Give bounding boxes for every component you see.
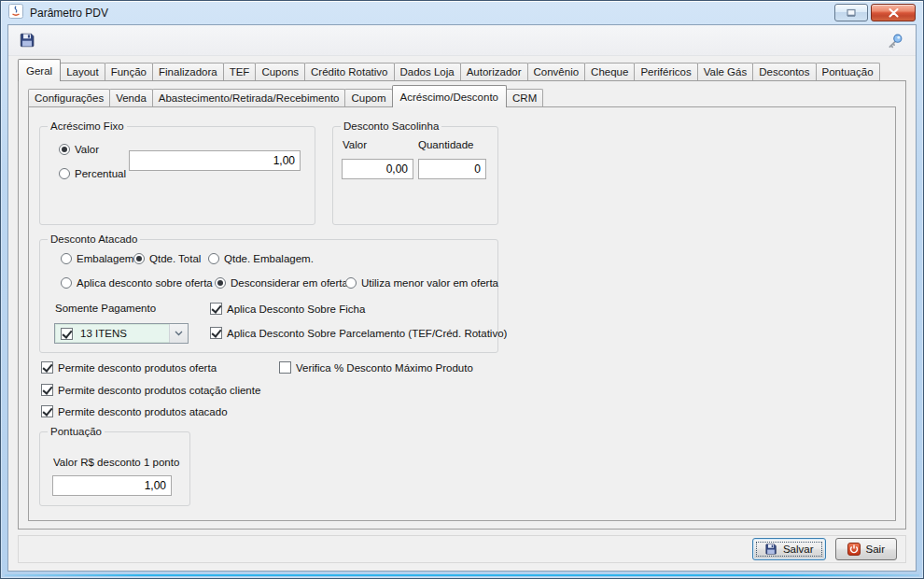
tab-descontos[interactable]: Descontos <box>752 63 816 80</box>
sacolinha-valor-label: Valor <box>343 139 367 150</box>
close-button[interactable] <box>871 4 916 21</box>
geral-tab-panel: Configurações Venda Abastecimento/Retira… <box>18 80 906 530</box>
sair-button[interactable]: Sair <box>835 538 897 560</box>
tab-cheque[interactable]: Cheque <box>584 63 635 80</box>
checkbox-verifica-maximo[interactable]: Verifica % Desconto Máximo Produto <box>279 361 473 374</box>
checkbox-permite-oferta[interactable]: Permite desconto produtos oferta <box>41 361 217 374</box>
radio-icon <box>59 168 70 179</box>
checkbox-aplica-parcelamento-label: Aplica Desconto Sobre Parcelamento (TEF/… <box>227 328 507 339</box>
minimize-icon <box>846 8 857 18</box>
radio-percentual[interactable]: Percentual <box>59 168 126 179</box>
sub-tab-bar: Configurações Venda Abastecimento/Retira… <box>28 86 543 107</box>
tab-geral[interactable]: Geral <box>18 59 61 81</box>
close-icon <box>889 8 899 18</box>
acrescimo-desconto-panel: Acréscimo Fixo Valor Percentual Desconto… <box>28 106 896 521</box>
salvar-button-label: Salvar <box>783 544 814 555</box>
radio-embalagem[interactable]: Embalagem <box>61 253 133 264</box>
tab-funcao[interactable]: Função <box>105 63 153 80</box>
group-pontuacao-title: Pontuação <box>48 426 105 437</box>
radio-desconsiderar-label: Desconsiderar em oferta <box>231 277 348 289</box>
group-desconto-atacado: Desconto Atacado Embalagem Qtde. Total Q… <box>39 239 498 353</box>
tab-cupons[interactable]: Cupons <box>255 63 305 80</box>
subtab-cupom[interactable]: Cupom <box>344 89 392 106</box>
radio-icon <box>61 277 72 289</box>
tab-vale-gas[interactable]: Vale Gás <box>697 63 753 80</box>
save-icon <box>19 32 35 49</box>
radio-percentual-label: Percentual <box>75 168 126 179</box>
acrescimo-valor-input[interactable] <box>129 150 301 171</box>
tab-credito-rotativo[interactable]: Crédito Rotativo <box>304 63 394 80</box>
radio-menor-valor-label: Utiliza menor valor em oferta <box>361 277 498 289</box>
java-app-icon <box>8 4 23 22</box>
checkbox-icon <box>210 327 222 339</box>
tab-convenio[interactable]: Convênio <box>527 63 586 80</box>
checkbox-permite-atacado-label: Permite desconto produtos atacado <box>58 406 228 417</box>
subtab-acrescimo-desconto[interactable]: Acréscimo/Desconto <box>392 85 507 107</box>
sacolinha-quantidade-input[interactable] <box>418 159 486 179</box>
sacolinha-quantidade-label: Quantidade <box>418 139 473 150</box>
toolbar <box>8 25 916 56</box>
group-acrescimo-fixo: Acréscimo Fixo Valor Percentual <box>39 126 315 225</box>
chevron-down-icon <box>169 324 188 343</box>
radio-icon <box>59 144 70 155</box>
checkbox-icon <box>41 384 53 396</box>
radio-qtde-total[interactable]: Qtde. Total <box>133 253 201 264</box>
checkbox-icon <box>41 405 53 417</box>
window-controls <box>834 4 916 21</box>
key-icon[interactable] <box>887 33 903 49</box>
radio-icon <box>215 277 226 289</box>
subtab-configuracoes[interactable]: Configurações <box>28 89 110 106</box>
main-tab-bar: Geral Layout Função Finalizadora TEF Cup… <box>18 59 880 81</box>
group-acrescimo-fixo-title: Acréscimo Fixo <box>48 120 127 132</box>
tab-autorizador[interactable]: Autorizador <box>460 63 528 80</box>
salvar-button[interactable]: Salvar <box>752 538 826 560</box>
client-area: Geral Layout Função Finalizadora TEF Cup… <box>7 24 917 572</box>
footer-bar: Salvar Sair <box>18 535 906 563</box>
radio-qtde-embalagem-label: Qtde. Embalagem. <box>224 253 314 264</box>
somente-pagamento-dropdown[interactable]: 13 ITENS <box>54 323 189 344</box>
checkbox-aplica-ficha-label: Aplica Desconto Sobre Ficha <box>227 304 365 315</box>
tab-perifericos[interactable]: Periféricos <box>634 63 697 80</box>
radio-icon <box>133 253 145 264</box>
radio-valor-label: Valor <box>75 144 99 155</box>
checkbox-permite-oferta-label: Permite desconto produtos oferta <box>58 362 217 374</box>
checkbox-permite-cotacao[interactable]: Permite desconto produtos cotação client… <box>41 384 260 396</box>
group-desconto-sacolinha: Desconto Sacolinha Valor Quantidade <box>332 126 498 225</box>
group-desconto-atacado-title: Desconto Atacado <box>48 233 140 245</box>
radio-icon <box>345 277 357 289</box>
radio-icon <box>61 253 72 264</box>
tab-finalizadora[interactable]: Finalizadora <box>152 63 224 80</box>
checkbox-icon <box>41 361 53 374</box>
checkbox-permite-atacado[interactable]: Permite desconto produtos atacado <box>41 405 228 417</box>
radio-aplica-oferta-label: Aplica desconto sobre oferta <box>77 277 213 289</box>
radio-embalagem-label: Embalagem <box>77 253 133 264</box>
radio-valor[interactable]: Valor <box>59 144 99 155</box>
pontuacao-valor-input[interactable] <box>52 475 172 496</box>
radio-icon <box>208 253 219 264</box>
sair-button-label: Sair <box>866 544 885 555</box>
checkbox-icon <box>279 361 291 374</box>
checkbox-aplica-parcelamento[interactable]: Aplica Desconto Sobre Parcelamento (TEF/… <box>210 327 507 339</box>
subtab-venda[interactable]: Venda <box>109 89 153 106</box>
radio-qtde-total-label: Qtde. Total <box>149 253 201 264</box>
subtab-abastecimento[interactable]: Abastecimento/Retirada/Recebimento <box>152 89 346 106</box>
group-pontuacao: Pontuação Valor R$ desconto 1 ponto <box>39 431 190 506</box>
radio-aplica-desconto-oferta[interactable]: Aplica desconto sobre oferta <box>61 277 213 289</box>
subtab-crm[interactable]: CRM <box>506 89 543 106</box>
minimize-button[interactable] <box>834 4 868 21</box>
radio-menor-valor-oferta[interactable]: Utiliza menor valor em oferta <box>345 277 498 289</box>
tab-pontuacao[interactable]: Pontuação <box>816 63 880 80</box>
checkbox-aplica-ficha[interactable]: Aplica Desconto Sobre Ficha <box>210 303 365 315</box>
sacolinha-valor-input[interactable] <box>342 159 413 179</box>
dropdown-value: 13 ITENS <box>80 328 127 339</box>
pontuacao-valor-label: Valor R$ desconto 1 ponto <box>53 457 179 468</box>
tab-tef[interactable]: TEF <box>223 63 257 80</box>
window-title: Parâmetro PDV <box>30 7 108 20</box>
tab-layout[interactable]: Layout <box>60 63 105 80</box>
save-icon <box>764 543 777 556</box>
radio-desconsiderar-oferta[interactable]: Desconsiderar em oferta <box>215 277 348 289</box>
radio-qtde-embalagem[interactable]: Qtde. Embalagem. <box>208 253 314 264</box>
save-toolbar-button[interactable] <box>18 32 36 50</box>
tab-dados-loja[interactable]: Dados Loja <box>394 63 461 80</box>
parametro-pdv-window: Parâmetro PDV <box>0 0 924 579</box>
